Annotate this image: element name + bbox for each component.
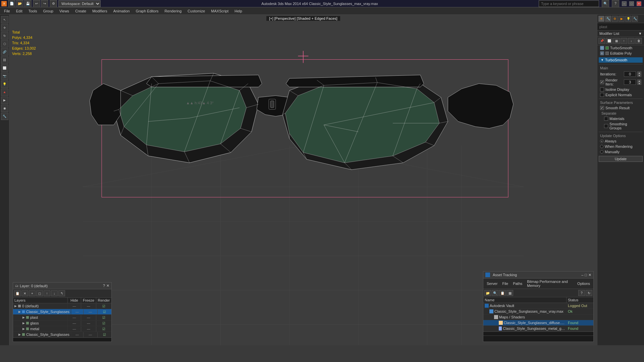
menu-modifiers[interactable]: Modifiers xyxy=(90,8,110,14)
when-rendering-radio[interactable] xyxy=(600,145,603,148)
asset-btn-refresh[interactable]: ↻ xyxy=(586,290,592,296)
layer-up-btn[interactable]: ↑ xyxy=(44,290,50,296)
layer-delete-btn[interactable]: ✕ xyxy=(21,290,28,296)
asset-menu-paths[interactable]: Paths xyxy=(511,281,524,286)
materials-checkbox[interactable] xyxy=(604,117,608,121)
hierarchy-panel-btn[interactable]: ⚙ xyxy=(612,16,618,22)
layer-render-cell-3[interactable]: ☑ xyxy=(96,321,111,326)
layer-row-4[interactable]: ▶metal——☑ xyxy=(13,326,111,332)
layer-freeze-cell-0[interactable]: — xyxy=(81,304,96,309)
layer-freeze-cell-1[interactable]: — xyxy=(84,309,98,314)
viewport-area[interactable]: [+] [Perspective] [Shaded + Edged Faces]… xyxy=(9,15,597,345)
layer-hide-cell-3[interactable]: — xyxy=(68,321,81,326)
layer-add-selected-btn[interactable]: + xyxy=(29,290,36,296)
asset-menu-server[interactable]: Server xyxy=(485,281,499,286)
update-button[interactable]: Update xyxy=(599,156,643,162)
layer-hide-cell-4[interactable]: — xyxy=(68,326,81,331)
asset-row-3[interactable]: Classic_Style_Sunglasses_diffuse.pngFoun… xyxy=(483,320,593,326)
layer-freeze-cell-5[interactable]: — xyxy=(84,332,98,337)
asset-menu-options[interactable]: Options xyxy=(575,281,592,286)
asset-row-1[interactable]: Classic_Style_Sunglasses_max_vray.maxOk xyxy=(483,309,593,314)
modifier-search-input[interactable] xyxy=(597,23,644,31)
modifier-turbosmooth[interactable]: T TurboSmooth xyxy=(597,45,644,51)
select-tool[interactable]: ↖ xyxy=(1,16,8,23)
asset-btn-help[interactable]: ? xyxy=(578,290,585,296)
utils-panel-btn[interactable]: 🔧 xyxy=(632,16,638,22)
asset-menu-bitmap[interactable]: Bitmap Performance and Memory xyxy=(525,279,575,288)
rotate-tool[interactable]: ↻ xyxy=(1,32,8,40)
layer-new-btn[interactable]: 📋 xyxy=(14,290,21,296)
asset-btn-3[interactable]: 📋 xyxy=(499,290,506,296)
hierarchy-tool[interactable]: 🔺 xyxy=(1,88,8,96)
menu-file[interactable]: File xyxy=(1,8,13,14)
explicit-normals-checkbox[interactable] xyxy=(600,93,604,97)
asset-row-4[interactable]: Classic_Style_Sunglasses_metal_glossines… xyxy=(483,326,593,331)
settings-btn[interactable]: ⚙ xyxy=(50,0,57,7)
layer-row-1[interactable]: ▶Classic_Style_Sunglasses——☑ xyxy=(13,309,111,315)
layer-render-cell-2[interactable]: ☑ xyxy=(96,315,111,320)
iterations-input[interactable] xyxy=(624,71,636,77)
layer-freeze-cell-2[interactable]: — xyxy=(81,315,96,320)
camera-tool[interactable]: 📷 xyxy=(1,72,8,80)
render-iters-checkbox[interactable]: ✓ xyxy=(600,80,604,84)
unlink-tool[interactable]: ⛓ xyxy=(1,56,8,64)
turbosmooth-checkbox[interactable] xyxy=(605,46,609,50)
layer-hide-cell-5[interactable]: — xyxy=(71,332,84,337)
bind-tool[interactable]: ⬜ xyxy=(1,64,8,72)
asset-btn-2[interactable]: 🔍 xyxy=(492,290,498,296)
menu-views[interactable]: Views xyxy=(57,8,72,14)
scale-tool[interactable]: ⬡ xyxy=(1,40,8,48)
layer-select-btn[interactable]: ◻ xyxy=(36,290,43,296)
motion-panel-btn[interactable]: ▶ xyxy=(619,16,625,22)
asset-menu-file[interactable]: File xyxy=(500,281,510,286)
modifier-mode-btn[interactable]: ⬜ xyxy=(606,38,612,44)
close-btn[interactable]: ✕ xyxy=(637,1,641,6)
turbosmooth-title[interactable]: ▼ TurboSmooth xyxy=(599,57,643,63)
display-panel-btn[interactable]: 💡 xyxy=(625,16,631,22)
menu-rendering[interactable]: Rendering xyxy=(162,8,184,14)
asset-maximize-btn[interactable]: □ xyxy=(585,273,587,277)
layer-row-2[interactable]: ▶plast——☑ xyxy=(13,315,111,320)
menu-tools[interactable]: Tools xyxy=(26,8,40,14)
asset-btn-4[interactable]: ▦ xyxy=(506,290,513,296)
save-btn[interactable]: 💾 xyxy=(24,0,32,7)
layer-render-cell-0[interactable]: ☑ xyxy=(96,304,111,309)
iterations-down[interactable]: ▼ xyxy=(637,74,641,77)
manually-radio[interactable] xyxy=(600,150,603,154)
layer-parent-btn[interactable]: ↰ xyxy=(58,290,65,296)
render-iters-input[interactable] xyxy=(624,79,636,85)
redo-btn[interactable]: ↪ xyxy=(41,0,48,7)
layers-help-btn[interactable]: ? xyxy=(103,284,105,288)
move-tool[interactable]: ✛ xyxy=(1,24,8,32)
asset-scrollbar-h[interactable] xyxy=(483,331,593,336)
pin-btn[interactable]: 📌 xyxy=(598,38,605,44)
layer-freeze-cell-4[interactable]: — xyxy=(81,326,96,331)
open-btn[interactable]: 📂 xyxy=(16,0,23,7)
maximize-btn[interactable]: □ xyxy=(629,1,634,6)
modifier-editable-poly[interactable]: E Editable Poly xyxy=(597,51,644,56)
layer-hide-cell-1[interactable]: — xyxy=(71,309,84,314)
utils-tool[interactable]: 🔧 xyxy=(1,113,8,120)
asset-btn-1[interactable]: 📁 xyxy=(484,290,491,296)
move-up-btn[interactable]: ↑ xyxy=(621,38,627,44)
layer-row-5[interactable]: ▶Classic_Style_Sunglasses——☑ xyxy=(13,332,111,338)
menu-animation[interactable]: Animation xyxy=(111,8,132,14)
menu-group[interactable]: Group xyxy=(40,8,56,14)
smoothing-groups-checkbox[interactable] xyxy=(604,124,608,128)
menu-customize[interactable]: Customize xyxy=(185,8,208,14)
search-input[interactable] xyxy=(539,0,599,7)
search-btn[interactable]: 🔍 xyxy=(602,0,609,7)
light-tool[interactable]: 💡 xyxy=(1,80,8,88)
layer-render-cell-5[interactable]: ☑ xyxy=(98,332,111,337)
menu-graph-editors[interactable]: Graph Editors xyxy=(133,8,161,14)
layers-scrollbar[interactable] xyxy=(13,338,111,342)
render-iters-up[interactable]: ▲ xyxy=(637,79,641,82)
menu-create[interactable]: Create xyxy=(72,8,89,14)
asset-close-btn[interactable]: ✕ xyxy=(588,273,591,277)
create-panel-btn[interactable]: ✛ xyxy=(598,16,604,22)
new-btn[interactable]: 📄 xyxy=(8,0,15,7)
minimize-btn[interactable]: – xyxy=(622,1,627,6)
layer-row-3[interactable]: ▶glass——☑ xyxy=(13,320,111,326)
workspace-dropdown[interactable]: Workspace: Default xyxy=(58,0,101,7)
undo-btn[interactable]: ↩ xyxy=(33,0,40,7)
